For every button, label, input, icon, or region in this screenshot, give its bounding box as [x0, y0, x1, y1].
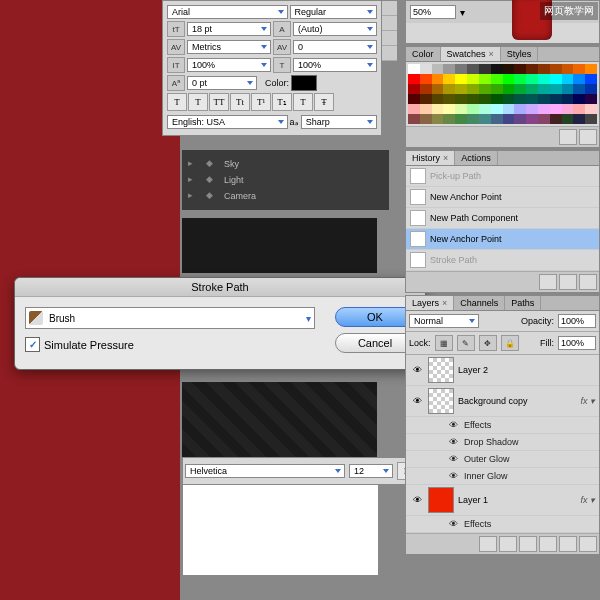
- swatch[interactable]: [585, 84, 597, 94]
- layer-effect[interactable]: 👁 Inner Glow: [406, 468, 599, 485]
- swatch[interactable]: [420, 94, 432, 104]
- swatch[interactable]: [491, 84, 503, 94]
- swatch[interactable]: [585, 74, 597, 84]
- tab-paths[interactable]: Paths: [505, 296, 541, 310]
- swatch[interactable]: [455, 64, 467, 74]
- leading-select[interactable]: (Auto): [293, 22, 377, 36]
- swatch[interactable]: [432, 114, 444, 124]
- swatch[interactable]: [573, 94, 585, 104]
- swatch[interactable]: [443, 114, 455, 124]
- fill-input[interactable]: 100%: [558, 336, 596, 350]
- swatch[interactable]: [538, 104, 550, 114]
- link-layers-icon[interactable]: [479, 536, 497, 552]
- swatch[interactable]: [503, 94, 515, 104]
- swatch[interactable]: [550, 114, 562, 124]
- swatch[interactable]: [455, 104, 467, 114]
- visibility-icon[interactable]: 👁: [410, 494, 424, 506]
- swatch[interactable]: [479, 104, 491, 114]
- font-size-select[interactable]: 18 pt: [187, 22, 271, 36]
- history-item[interactable]: New Path Component: [406, 208, 599, 229]
- swatch[interactable]: [573, 64, 585, 74]
- type-style-btn-1[interactable]: T: [188, 93, 208, 111]
- swatch[interactable]: [585, 94, 597, 104]
- layer-effect[interactable]: 👁 Outer Glow: [406, 451, 599, 468]
- swatch[interactable]: [503, 114, 515, 124]
- swatch[interactable]: [420, 84, 432, 94]
- swatch[interactable]: [562, 94, 574, 104]
- swatch[interactable]: [503, 74, 515, 84]
- swatch[interactable]: [526, 74, 538, 84]
- swatch-grid[interactable]: [406, 62, 599, 126]
- layer-row[interactable]: 👁Background copyfx ▾: [406, 386, 599, 417]
- tracking-select[interactable]: 0: [293, 40, 377, 54]
- swatch[interactable]: [443, 94, 455, 104]
- swatch[interactable]: [432, 74, 444, 84]
- layer-fx-icon[interactable]: [499, 536, 517, 552]
- history-new-icon[interactable]: [559, 274, 577, 290]
- swatch[interactable]: [479, 64, 491, 74]
- lock-move-icon[interactable]: ✥: [479, 335, 497, 351]
- swatch[interactable]: [503, 104, 515, 114]
- swatch[interactable]: [550, 74, 562, 84]
- history-item[interactable]: New Anchor Point: [406, 187, 599, 208]
- type-style-btn-2[interactable]: TT: [209, 93, 229, 111]
- swatch[interactable]: [491, 64, 503, 74]
- layer-row[interactable]: 👁Layer 1fx ▾: [406, 485, 599, 516]
- font-family-select[interactable]: Arial: [167, 5, 288, 19]
- tab-styles[interactable]: Styles: [501, 47, 539, 61]
- fx-badge[interactable]: fx ▾: [580, 396, 595, 406]
- zoom-input[interactable]: 50%: [410, 5, 456, 19]
- swatch[interactable]: [420, 74, 432, 84]
- type-style-btn-6[interactable]: T: [293, 93, 313, 111]
- swatch[interactable]: [432, 94, 444, 104]
- swatch[interactable]: [526, 64, 538, 74]
- swatch[interactable]: [514, 64, 526, 74]
- swatch[interactable]: [538, 114, 550, 124]
- swatch[interactable]: [526, 94, 538, 104]
- swatch[interactable]: [479, 94, 491, 104]
- swatch[interactable]: [491, 114, 503, 124]
- swatch[interactable]: [443, 74, 455, 84]
- scene-item[interactable]: ▸◆Camera: [188, 188, 383, 204]
- visibility-icon[interactable]: 👁: [446, 453, 460, 465]
- blend-mode-select[interactable]: Normal: [409, 314, 479, 328]
- swatch[interactable]: [479, 114, 491, 124]
- scene-item[interactable]: ▸◆Light: [188, 172, 383, 188]
- language-select[interactable]: English: USA: [167, 115, 288, 129]
- swatch[interactable]: [432, 104, 444, 114]
- swatch[interactable]: [585, 114, 597, 124]
- layer-effect[interactable]: 👁 Effects: [406, 516, 599, 533]
- lock-transparent-icon[interactable]: ▦: [435, 335, 453, 351]
- swatch[interactable]: [562, 114, 574, 124]
- visibility-icon[interactable]: 👁: [446, 518, 460, 530]
- swatch[interactable]: [467, 64, 479, 74]
- history-snapshot-icon[interactable]: [539, 274, 557, 290]
- swatch[interactable]: [455, 114, 467, 124]
- swatch[interactable]: [443, 84, 455, 94]
- swatch[interactable]: [514, 104, 526, 114]
- swatch[interactable]: [467, 104, 479, 114]
- swatch[interactable]: [514, 94, 526, 104]
- swatch[interactable]: [538, 84, 550, 94]
- baseline-input[interactable]: 0 pt: [187, 76, 257, 90]
- swatch[interactable]: [585, 64, 597, 74]
- swatch[interactable]: [562, 104, 574, 114]
- history-item[interactable]: Stroke Path: [406, 250, 599, 271]
- visibility-icon[interactable]: 👁: [446, 419, 460, 431]
- swatch[interactable]: [455, 94, 467, 104]
- type-style-btn-3[interactable]: Tt: [230, 93, 250, 111]
- swatch[interactable]: [573, 114, 585, 124]
- swatch[interactable]: [526, 114, 538, 124]
- swatch[interactable]: [550, 64, 562, 74]
- swatch[interactable]: [491, 104, 503, 114]
- swatch[interactable]: [408, 74, 420, 84]
- swatch[interactable]: [408, 94, 420, 104]
- new-swatch-icon[interactable]: [559, 129, 577, 145]
- swatch[interactable]: [467, 84, 479, 94]
- swatch[interactable]: [503, 64, 515, 74]
- tab-swatches[interactable]: Swatches×: [441, 47, 501, 61]
- tab-actions[interactable]: Actions: [455, 151, 498, 165]
- swatch[interactable]: [443, 64, 455, 74]
- cancel-button[interactable]: Cancel: [335, 333, 415, 353]
- opacity-input[interactable]: 100%: [558, 314, 596, 328]
